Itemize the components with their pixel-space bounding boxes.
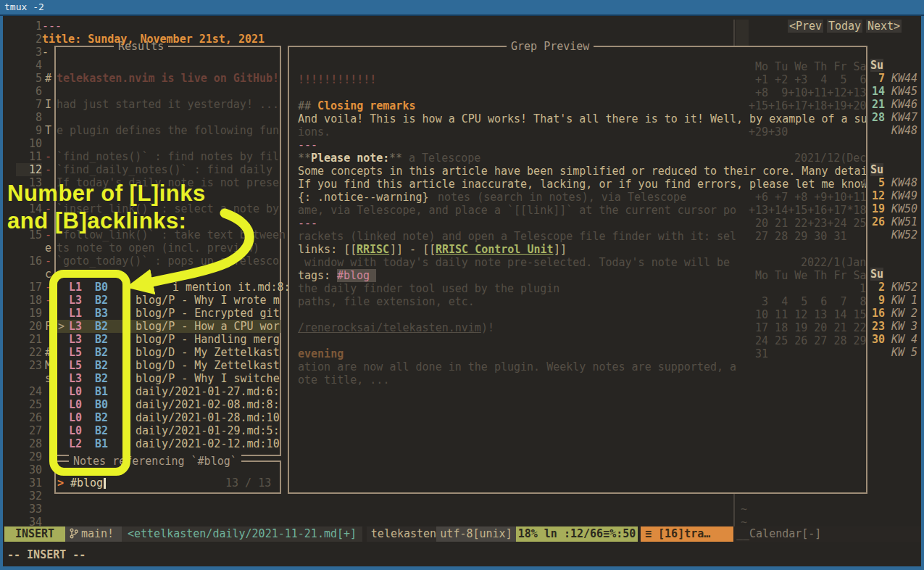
calendar-days-dim: +1 +2 +3 4 5 6 (749, 73, 866, 86)
line-number: 9 (16, 124, 42, 137)
prompt-query[interactable]: #blog (70, 476, 103, 490)
text-run: --- (298, 217, 317, 230)
result-row[interactable]: blog/D - My Zettelkast (136, 359, 280, 372)
text-run: links: [[ (298, 243, 357, 256)
line-number: 16 (16, 255, 42, 268)
annotation-text-line2: and [B]acklinks: (7, 207, 186, 235)
titlebar[interactable]: tmux -2 (0, 0, 924, 16)
calendar-sunday-date[interactable]: 30 (869, 333, 885, 346)
line-number: 2 (16, 33, 42, 46)
result-row[interactable]: blog/P - How a CPU wor (136, 320, 280, 333)
line-number: 1 (16, 20, 42, 33)
text-run: If you find this article inaccurate, lac… (298, 178, 866, 191)
calendar-days-dim: 4 (860, 178, 866, 191)
calendar-sunday-date[interactable]: 23 (869, 320, 885, 333)
text-run: {: .notice--warning} (298, 191, 429, 204)
statusline-branch-name: main! (81, 527, 114, 540)
titlebar-text: tmux -2 (4, 1, 44, 12)
text-run: I (45, 98, 51, 111)
calendar-sunday-date[interactable]: 7 (869, 72, 885, 85)
text-run: T (45, 124, 51, 137)
calendar-sunday-date[interactable]: 12 (869, 189, 885, 202)
empty-line-tilde: ~ (741, 503, 747, 516)
line-number: 26 (16, 411, 42, 424)
calendar-sunday-date[interactable]: 19 (869, 202, 885, 215)
line-number: 27 (16, 424, 42, 437)
line-number: 33 (16, 503, 42, 516)
result-row[interactable]: daily/2021-01-29.md:5: (136, 424, 280, 437)
line-number: 12 (16, 163, 42, 176)
calendar-sunday-date[interactable]: 28 (869, 111, 885, 124)
line-number: 17 (16, 281, 42, 294)
text-run: - (42, 46, 49, 59)
line-number: 8 (16, 111, 42, 124)
calendar-days-dim: 24 25 26 27 28 29 (749, 334, 866, 347)
dimmed-buffer-text: e plugin defines the following fun (57, 124, 279, 137)
result-row[interactable]: daily/2021-01-27.md:6: (136, 385, 280, 398)
result-row[interactable]: daily/2021-02-12.md:10 (136, 437, 280, 450)
calendar-today-button[interactable]: Today (827, 20, 862, 33)
calendar-cursor-cell (736, 20, 749, 46)
statusline-plugin: telekasten (367, 526, 441, 542)
line-number: 19 (16, 307, 42, 320)
calendar-days-dim: 27 28 29 30 31 (749, 230, 846, 243)
text-run: ** (298, 152, 311, 165)
calendar-sunday-date[interactable]: 2 (869, 281, 885, 294)
text-run: paths, file extension, etc. (298, 295, 475, 308)
git-branch-icon (70, 528, 78, 539)
text-run: - (45, 255, 51, 268)
calendar-sunday-date[interactable]: 26 (869, 215, 885, 228)
text-run: ions. (298, 125, 330, 139)
calendar-day-headers: Mo Tu We Th Fr Sa (749, 60, 866, 73)
calendar-week-number: KW 3 (891, 320, 917, 333)
calendar-month-header: 2022/1(Jan (801, 256, 866, 269)
prompt-caret: > (57, 476, 64, 490)
line-number: 20 (16, 320, 42, 333)
statusline-warning: ≡ [16]tra… (641, 526, 733, 542)
line-number: 22 (16, 346, 42, 359)
text-run: Please note: (311, 152, 389, 165)
calendar-sunday-date[interactable]: 16 (869, 307, 885, 320)
result-row[interactable]: blog/P - Encrypted git (136, 307, 280, 320)
result-row[interactable]: blog/P - Why I wrote m (136, 294, 280, 307)
calendar-next-button[interactable]: Next> (866, 20, 902, 33)
result-row[interactable]: blog/P - Handling merg (136, 333, 280, 346)
calendar-week-number: KW50 (891, 202, 917, 215)
calendar-sunday-date[interactable]: 5 (869, 176, 885, 189)
calendar-su-header: Su (870, 268, 883, 281)
calendar-week-number: KW45 (891, 85, 917, 98)
calendar-sunday-date[interactable]: 21 (869, 98, 885, 111)
result-row[interactable]: daily/2021-01-28.md:10 (136, 411, 280, 424)
dimmed-buffer-text: `goto_today()` : pops up a Telesco (57, 255, 279, 268)
dimmed-buffer-text: `find_daily_notes()` : find daily (57, 163, 272, 176)
calendar-week-number: KW 4 (891, 333, 917, 346)
text-run: Closing remarks (317, 99, 415, 112)
result-row[interactable]: i mention it.md:8: (172, 281, 291, 294)
calendar-days-dim: 17 18 19 20 21 22 (749, 321, 866, 334)
result-row[interactable]: daily/2021-02-08.md:8: (136, 398, 280, 411)
text-run: ote title, ... (298, 373, 389, 387)
text-run: --- (298, 139, 317, 152)
statusline-calendar-window: __Calendar[-] (736, 526, 821, 542)
text-run: title: Sunday, November 21st, 2021 (42, 33, 265, 46)
text-run: - (45, 150, 51, 163)
calendar-week-number: KW44 (891, 72, 917, 85)
text-run: RRISC Control Unit (436, 243, 554, 256)
result-row[interactable]: blog/D - My Zettelkast (136, 346, 280, 359)
line-number: 24 (16, 385, 42, 398)
text-run: a Telescope (409, 152, 480, 165)
text-run: --- (42, 20, 62, 33)
calendar-week-number: KW52 (891, 228, 917, 241)
window-separator[interactable] (733, 20, 735, 46)
calendar-sunday-date[interactable]: 14 (869, 85, 885, 98)
mode-message: -- INSERT -- (7, 548, 86, 562)
text-run: tags: (298, 269, 337, 282)
window-separator[interactable] (733, 494, 735, 526)
calendar-sunday-date[interactable]: 9 (869, 294, 885, 307)
calendar-days-dim: +13+14+15+16+17*18 (749, 204, 866, 217)
result-row[interactable]: blog/P - Why I switche (136, 372, 280, 385)
text-run: /renerocksai/telekasten.nvim (298, 321, 481, 334)
calendar-prev-button[interactable]: <Prev (788, 20, 823, 33)
statusline-git-branch: main! (65, 526, 122, 542)
statusline-encoding: utf-8[unix] (436, 526, 516, 542)
